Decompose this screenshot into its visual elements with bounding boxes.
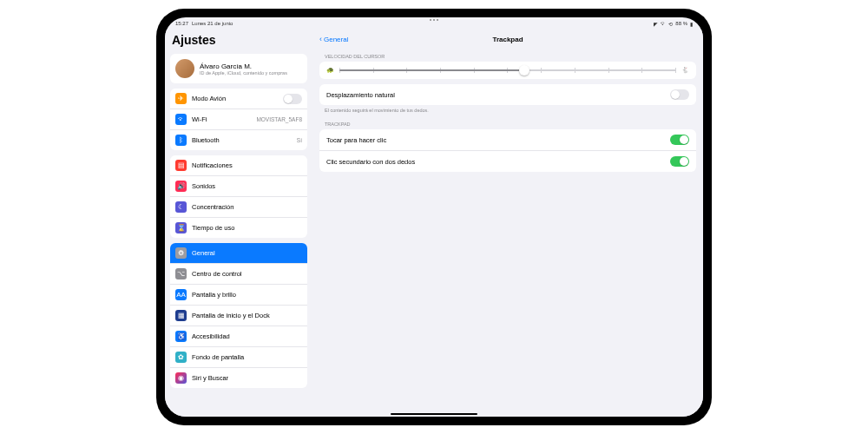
focus-icon: ☾ [175,201,187,213]
display-icon: AA [175,289,187,300]
profile-name: Álvaro García M. [200,62,287,70]
profile-sub: ID de Apple, iCloud, contenido y compras [200,70,287,76]
home-indicator[interactable] [391,413,477,416]
chevron-left-icon: ‹ [319,35,322,43]
cursor-speed-header: VELOCIDAD DEL CURSOR [312,49,703,62]
secondary-click-label: Clic secundario con dos dedos [326,158,415,166]
tap-to-click-label: Tocar para hacer clic [326,136,386,144]
airplane-icon: ✈ [175,93,187,104]
sidebar-item-airplane[interactable]: ✈ Modo Avión [170,89,307,109]
gear-icon: ⚙ [175,247,187,259]
secondary-click-toggle[interactable] [670,156,689,167]
profile-card[interactable]: Álvaro García M. ID de Apple, iCloud, co… [170,54,307,83]
sounds-icon: 🔊 [175,181,187,192]
rabbit-icon: 🐇 [681,67,689,74]
turtle-icon: 🐢 [326,67,334,74]
screen: 15:27 Lunes 21 de junio ◤ ᯤ ⟲ 88 % ▮ Aju… [165,17,703,417]
bt-value: Sí [297,137,302,143]
sidebar-item-notifications[interactable]: ▤ Notificaciones [170,155,307,176]
sidebar[interactable]: Ajustes Álvaro García M. ID de Apple, iC… [165,30,312,417]
tap-to-click-row[interactable]: Tocar para hacer clic [319,129,696,151]
sidebar-item-sounds[interactable]: 🔊 Sonidos [170,176,307,197]
sounds-label: Sonidos [192,182,302,190]
page-title: Trackpad [492,36,523,43]
notif-label: Notificaciones [192,161,302,169]
battery-icon: ▮ [690,21,693,27]
wifi-settings-icon: ᯤ [175,114,187,125]
general-label: General [192,249,302,257]
status-date: Lunes 21 de junio [192,21,233,26]
cursor-speed-slider[interactable] [339,69,676,71]
sidebar-item-display[interactable]: AA Pantalla y brillo [170,285,307,306]
sidebar-item-focus[interactable]: ☾ Concentración [170,197,307,218]
back-label: General [324,36,348,43]
control-label: Centro de control [192,270,302,278]
secondary-click-row[interactable]: Clic secundario con dos dedos [319,151,696,172]
wallpaper-icon: ✿ [175,352,187,363]
sidebar-item-homescreen[interactable]: ▦ Pantalla de inicio y el Dock [170,306,307,326]
cursor-speed-slider-row: 🐢 🐇 [319,62,696,79]
airplane-label: Modo Avión [192,95,278,102]
wifi-icon: ᯤ [661,21,666,26]
natural-scroll-row[interactable]: Desplazamiento natural [319,84,696,105]
slider-knob[interactable] [519,65,529,76]
sidebar-title: Ajustes [170,33,307,49]
accessibility-icon: ♿ [175,331,187,342]
sidebar-item-wallpaper[interactable]: ✿ Fondo de pantalla [170,347,307,368]
siri-icon: ◉ [175,372,187,384]
status-bar: 15:27 Lunes 21 de junio ◤ ᯤ ⟲ 88 % ▮ [165,17,703,30]
sidebar-item-general[interactable]: ⚙ General [170,243,307,264]
focus-label: Concentración [192,203,302,211]
homescreen-icon: ▦ [175,310,187,321]
avatar [175,59,194,78]
detail-nav: ‹ General Trackpad [312,30,703,49]
sidebar-item-bluetooth[interactable]: ᛒ Bluetooth Sí [170,130,307,150]
home-label: Pantalla de inicio y el Dock [192,312,302,319]
sidebar-item-wifi[interactable]: ᯤ Wi-Fi MOVISTAR_5AF8 [170,109,307,130]
natural-scroll-label: Desplazamiento natural [326,91,395,99]
natural-scroll-toggle[interactable] [670,89,689,100]
location-icon: ◤ [654,21,658,27]
tap-to-click-toggle[interactable] [670,135,689,145]
trackpad-section-header: TRACKPAD [312,116,703,129]
bt-label: Bluetooth [192,136,292,144]
battery-pct: 88 % [675,21,687,26]
ipad-frame: 15:27 Lunes 21 de junio ◤ ᯤ ⟲ 88 % ▮ Aju… [156,9,712,425]
multitask-icon[interactable] [430,19,438,21]
sidebar-item-accessibility[interactable]: ♿ Accesibilidad [170,326,307,347]
natural-scroll-footer: El contenido seguirá el movimiento de tu… [312,105,703,116]
wallpaper-label: Fondo de pantalla [192,353,302,361]
status-time: 15:27 [175,21,188,26]
airplane-toggle[interactable] [283,94,302,104]
detail-pane: ‹ General Trackpad VELOCIDAD DEL CURSOR … [312,30,703,417]
wifi-value: MOVISTAR_5AF8 [256,116,302,122]
siri-label: Siri y Buscar [192,374,302,382]
rotate-lock-icon: ⟲ [668,21,673,27]
screentime-label: Tiempo de uso [192,224,302,232]
sidebar-item-siri[interactable]: ◉ Siri y Buscar [170,368,307,388]
control-center-icon: ⌥ [175,268,187,279]
sidebar-item-screentime[interactable]: ⌛ Tiempo de uso [170,218,307,238]
bluetooth-icon: ᛒ [175,135,187,146]
display-label: Pantalla y brillo [192,291,302,299]
wifi-label: Wi-Fi [192,115,251,123]
access-label: Accesibilidad [192,332,302,340]
sidebar-item-control-center[interactable]: ⌥ Centro de control [170,264,307,285]
screentime-icon: ⌛ [175,222,187,233]
back-button[interactable]: ‹ General [319,35,348,43]
notifications-icon: ▤ [175,160,187,171]
